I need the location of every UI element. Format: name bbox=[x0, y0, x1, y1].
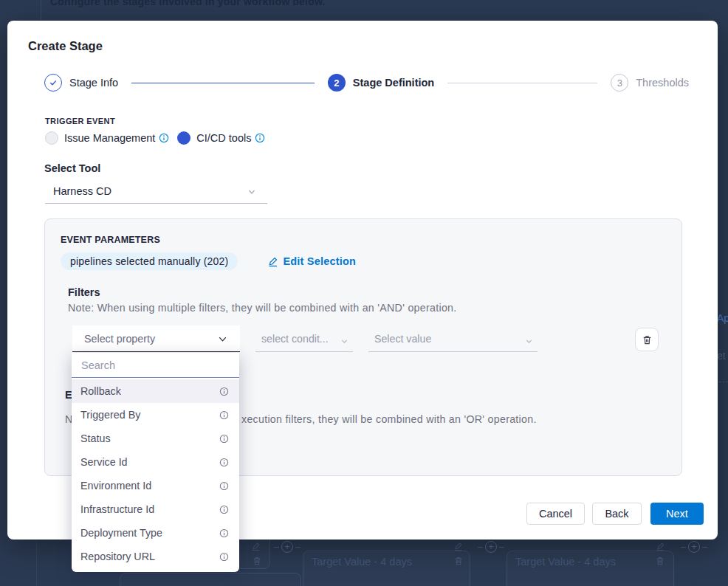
radio-cicd-tools[interactable] bbox=[177, 131, 190, 145]
info-icon[interactable] bbox=[219, 552, 229, 562]
step-number-3[interactable]: 3 bbox=[611, 74, 628, 92]
property-select-placeholder: Select property bbox=[84, 333, 155, 345]
property-dropdown: Rollback Triggered By Status Service Id … bbox=[72, 353, 239, 572]
info-icon[interactable] bbox=[219, 387, 229, 396]
delete-filter-button[interactable] bbox=[635, 328, 659, 351]
dropdown-item-service-id[interactable]: Service Id bbox=[72, 450, 239, 474]
info-icon[interactable] bbox=[219, 458, 229, 467]
background-stage-card-1b bbox=[120, 573, 301, 586]
condition-select-placeholder: select condit... bbox=[261, 333, 329, 345]
add-stage-connector: + bbox=[274, 541, 301, 553]
chevron-down-icon bbox=[247, 187, 257, 200]
info-icon[interactable] bbox=[255, 133, 265, 143]
event-parameters-heading: EVENT PARAMETERS bbox=[61, 235, 160, 245]
background-card-3-label: Target Value - 4 days bbox=[515, 556, 616, 568]
radio-issue-management[interactable] bbox=[45, 131, 58, 145]
info-icon[interactable] bbox=[159, 133, 169, 143]
trigger-event-label: TRIGGER EVENT bbox=[45, 117, 115, 125]
radio-cicd-tools-label[interactable]: CI/CD tools bbox=[196, 132, 251, 144]
background-fragment: et bbox=[717, 350, 726, 362]
search-input[interactable] bbox=[72, 353, 239, 377]
plus-icon: + bbox=[281, 541, 293, 553]
step-thresholds[interactable]: Thresholds bbox=[636, 77, 689, 89]
dropdown-list: Rollback Triggered By Status Service Id … bbox=[72, 379, 239, 568]
selection-pill: pipelines selected manually (202) bbox=[61, 252, 238, 270]
edit-icon bbox=[656, 541, 665, 554]
stepper: Stage Info 2 Stage Definition 3 Threshol… bbox=[44, 72, 689, 93]
filters-heading: Filters bbox=[68, 286, 100, 298]
dropdown-item-repository-url[interactable]: Repository URL bbox=[72, 545, 239, 568]
select-tool-label: Select Tool bbox=[44, 162, 100, 174]
trash-icon bbox=[453, 556, 464, 569]
step-complete-icon[interactable] bbox=[44, 74, 62, 92]
dropdown-item-infrastructure-id[interactable]: Infrastructure Id bbox=[72, 497, 239, 521]
dropdown-search[interactable] bbox=[72, 353, 239, 378]
background-card-2-label: Target Value - 4 days bbox=[312, 556, 412, 568]
dropdown-item-deployment-type[interactable]: Deployment Type bbox=[72, 521, 239, 545]
step-stage-definition[interactable]: Stage Definition bbox=[353, 77, 434, 89]
trigger-event-options: Issue Management CI/CD tools bbox=[45, 131, 265, 145]
dropdown-item-triggered-by[interactable]: Triggered By bbox=[72, 403, 239, 427]
dropdown-item-rollback[interactable]: Rollback bbox=[72, 379, 239, 403]
add-stage-connector: + bbox=[478, 541, 504, 553]
trash-icon bbox=[655, 556, 665, 569]
edit-icon bbox=[453, 541, 463, 554]
tool-select[interactable]: Harness CD bbox=[45, 179, 267, 204]
background-heading: Configure the stages involved in your wo… bbox=[50, 0, 326, 7]
modal-title: Create Stage bbox=[28, 39, 103, 53]
tool-select-value: Harness CD bbox=[53, 185, 111, 197]
page: Configure the stages involved in your wo… bbox=[0, 0, 728, 586]
stepper-line bbox=[447, 83, 597, 83]
cancel-button[interactable]: Cancel bbox=[526, 503, 585, 525]
next-button[interactable]: Next bbox=[650, 503, 704, 525]
step-number-2[interactable]: 2 bbox=[328, 74, 346, 92]
trash-icon bbox=[252, 556, 262, 569]
info-icon[interactable] bbox=[219, 410, 229, 420]
add-stage-connector: + bbox=[681, 541, 707, 553]
edit-icon bbox=[251, 541, 261, 554]
value-select[interactable]: Select value bbox=[368, 325, 538, 352]
info-icon[interactable] bbox=[219, 505, 229, 514]
info-icon[interactable] bbox=[219, 528, 229, 538]
step-stage-info[interactable]: Stage Info bbox=[69, 77, 118, 89]
background-fragment: Ap bbox=[717, 312, 728, 324]
value-select-placeholder: Select value bbox=[374, 333, 431, 345]
background-card-edge-top bbox=[41, 0, 41, 20]
filters-note: Note: When using multiple filters, they … bbox=[68, 302, 457, 314]
background-card-edge-bottom bbox=[36, 540, 37, 586]
plus-icon: + bbox=[485, 541, 497, 553]
condition-select[interactable]: select condit... bbox=[255, 325, 353, 352]
edit-icon bbox=[267, 256, 278, 267]
info-icon[interactable] bbox=[219, 434, 229, 444]
dropdown-item-status[interactable]: Status bbox=[72, 427, 239, 450]
radio-issue-management-label[interactable]: Issue Management bbox=[64, 132, 155, 144]
filter-row: Select property select condit... Select … bbox=[72, 325, 663, 352]
back-button[interactable]: Back bbox=[592, 503, 642, 525]
dropdown-item-environment-id[interactable]: Environment Id bbox=[72, 474, 239, 497]
chevron-down-icon bbox=[217, 334, 228, 348]
chevron-down-icon bbox=[340, 335, 348, 348]
chevron-down-icon bbox=[525, 335, 533, 348]
info-icon[interactable] bbox=[219, 481, 229, 491]
stepper-line bbox=[131, 83, 315, 83]
plus-icon: + bbox=[688, 541, 700, 553]
edit-selection-link[interactable]: Edit Selection bbox=[267, 255, 356, 267]
property-select[interactable]: Select property bbox=[72, 325, 240, 352]
